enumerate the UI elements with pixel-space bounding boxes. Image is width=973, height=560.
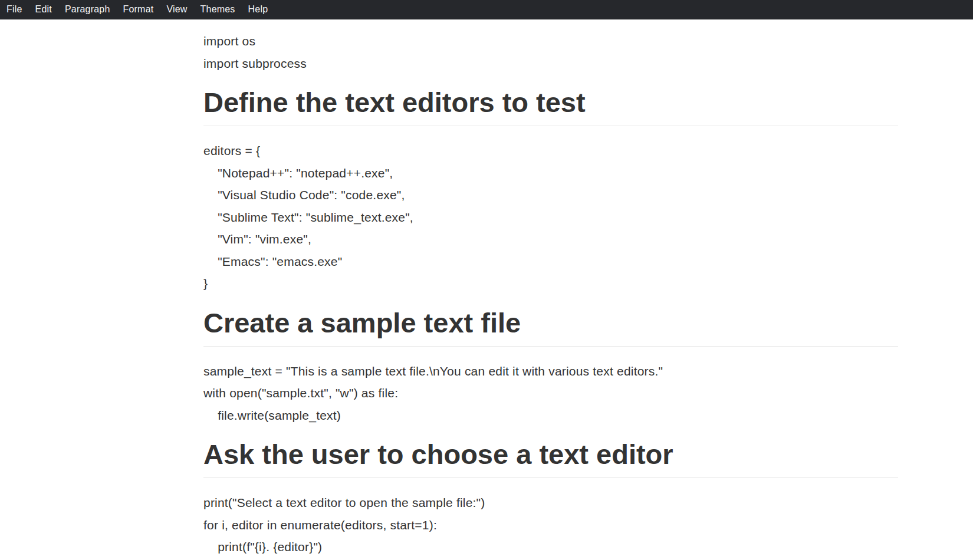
code-paragraph[interactable]: sample_text = "This is a sample text fil… — [203, 360, 898, 427]
menu-item-view[interactable]: View — [160, 0, 193, 19]
code-paragraph[interactable]: import os import subprocess — [203, 30, 898, 74]
code-paragraph[interactable]: print("Select a text editor to open the … — [203, 492, 898, 558]
section-heading[interactable]: Define the text editors to test — [203, 85, 898, 126]
menu-item-file[interactable]: File — [0, 0, 29, 19]
menu-item-format[interactable]: Format — [117, 0, 160, 19]
editor-surface[interactable]: import os import subprocessDefine the te… — [0, 19, 973, 560]
menu-item-paragraph[interactable]: Paragraph — [58, 0, 117, 19]
menu-bar: FileEditParagraphFormatViewThemesHelp — [0, 0, 973, 19]
menu-item-help[interactable]: Help — [242, 0, 275, 19]
menu-item-themes[interactable]: Themes — [194, 0, 242, 19]
code-paragraph[interactable]: editors = { "Notepad++": "notepad++.exe"… — [203, 140, 898, 295]
menu-item-edit[interactable]: Edit — [29, 0, 58, 19]
document-content[interactable]: import os import subprocessDefine the te… — [203, 19, 898, 558]
section-heading[interactable]: Ask the user to choose a text editor — [203, 437, 898, 478]
section-heading[interactable]: Create a sample text file — [203, 305, 898, 347]
